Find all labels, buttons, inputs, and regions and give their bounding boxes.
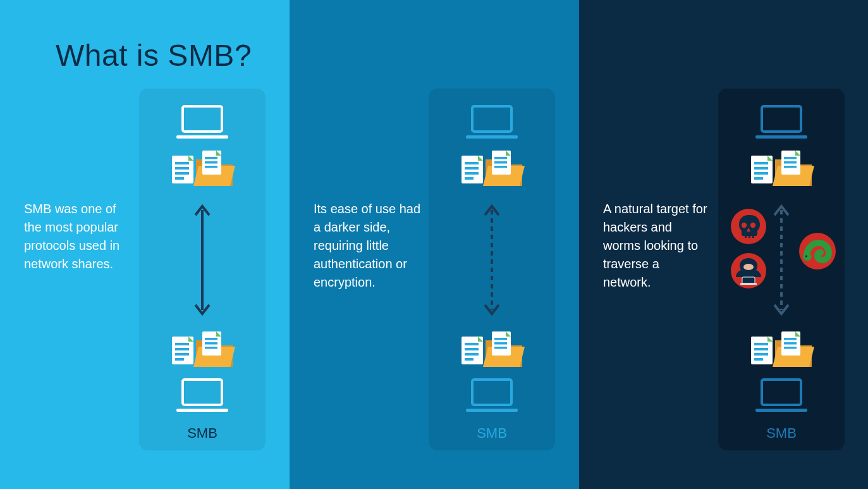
svg-rect-37: [494, 157, 507, 159]
files-group-icon: [743, 149, 819, 187]
laptop-icon: [465, 104, 519, 140]
files-group-icon: [454, 330, 530, 368]
svg-rect-27: [472, 106, 511, 132]
skull-icon: [730, 207, 767, 245]
diagram-stage: What is SMB? SMB was one of the most pop…: [0, 0, 868, 489]
svg-rect-74: [742, 277, 755, 283]
svg-rect-54: [762, 106, 801, 132]
svg-rect-6: [175, 172, 189, 175]
svg-rect-34: [465, 177, 474, 180]
svg-rect-18: [175, 353, 189, 356]
svg-rect-83: [754, 353, 768, 356]
svg-rect-22: [205, 338, 217, 340]
threats-group: [726, 213, 837, 306]
panel-1: What is SMB? SMB was one of the most pop…: [0, 0, 290, 489]
svg-rect-50: [494, 342, 507, 345]
files-group-icon: [164, 330, 240, 368]
files-group-icon: [743, 330, 819, 368]
files-group-icon: [164, 149, 240, 187]
card-label: SMB: [429, 425, 555, 442]
document-icon: [172, 156, 193, 183]
svg-rect-90: [762, 380, 801, 405]
svg-rect-33: [465, 172, 479, 175]
panel-2: Its ease of use had a darker side, requi…: [290, 0, 579, 489]
svg-rect-44: [465, 348, 479, 350]
svg-rect-7: [175, 177, 184, 180]
svg-rect-81: [754, 343, 768, 345]
svg-point-73: [743, 264, 754, 270]
svg-rect-16: [175, 343, 189, 345]
laptop-icon: [754, 377, 809, 414]
svg-rect-24: [205, 347, 217, 349]
svg-rect-28: [466, 135, 518, 139]
svg-rect-55: [755, 135, 807, 139]
panel-3: A natural target for hackers and worms l…: [579, 0, 868, 489]
svg-rect-4: [175, 162, 189, 164]
double-arrow-icon: [482, 200, 501, 320]
svg-rect-75: [740, 283, 757, 285]
svg-rect-65: [784, 161, 797, 164]
svg-rect-53: [466, 409, 518, 412]
card-label: SMB: [139, 425, 266, 442]
svg-rect-23: [205, 342, 217, 345]
svg-point-77: [804, 253, 812, 261]
svg-rect-59: [754, 167, 768, 170]
laptop-icon: [175, 377, 229, 414]
svg-rect-89: [784, 347, 797, 349]
svg-rect-46: [465, 358, 474, 361]
svg-rect-12: [205, 166, 217, 168]
svg-rect-38: [494, 161, 507, 164]
panel-2-description: Its ease of use had a darker side, requi…: [314, 200, 421, 292]
hacker-icon: [730, 252, 767, 290]
panel-3-card: SMB: [718, 89, 845, 450]
svg-rect-10: [205, 157, 217, 159]
svg-point-70: [750, 223, 755, 228]
svg-rect-87: [784, 338, 797, 340]
svg-point-78: [805, 255, 807, 257]
svg-rect-5: [175, 167, 189, 170]
svg-rect-88: [784, 342, 797, 345]
panel-2-card: SMB: [429, 89, 555, 450]
document-icon: [202, 151, 221, 175]
svg-rect-60: [754, 172, 768, 175]
svg-rect-45: [465, 353, 479, 356]
page-title: What is SMB?: [56, 38, 252, 73]
svg-rect-64: [784, 157, 797, 159]
svg-point-69: [742, 223, 747, 228]
svg-rect-19: [175, 358, 184, 361]
panel-1-card: SMB: [139, 89, 266, 450]
svg-rect-25: [183, 380, 222, 405]
svg-rect-61: [754, 177, 763, 180]
svg-rect-51: [494, 347, 507, 349]
card-label: SMB: [718, 425, 845, 442]
laptop-icon: [175, 104, 229, 140]
svg-rect-52: [472, 380, 511, 405]
files-group-icon: [454, 149, 530, 187]
svg-rect-17: [175, 348, 189, 350]
svg-rect-32: [465, 167, 479, 170]
double-arrow-icon: [193, 200, 212, 320]
laptop-icon: [754, 104, 809, 140]
panel-3-description: A natural target for hackers and worms l…: [603, 200, 711, 292]
svg-rect-66: [784, 166, 797, 168]
svg-rect-39: [494, 166, 507, 168]
svg-rect-49: [494, 338, 507, 340]
svg-rect-43: [465, 343, 479, 345]
svg-rect-0: [183, 106, 222, 132]
svg-rect-11: [205, 161, 217, 164]
svg-rect-1: [176, 135, 228, 139]
svg-rect-31: [465, 162, 479, 164]
worm-icon: [798, 232, 837, 271]
laptop-icon: [465, 377, 519, 414]
svg-rect-58: [754, 162, 768, 164]
svg-rect-82: [754, 348, 768, 350]
panel-1-description: SMB was one of the most popular protocol…: [24, 200, 131, 273]
svg-rect-26: [176, 409, 228, 412]
svg-rect-91: [755, 409, 807, 412]
svg-rect-84: [754, 358, 763, 361]
